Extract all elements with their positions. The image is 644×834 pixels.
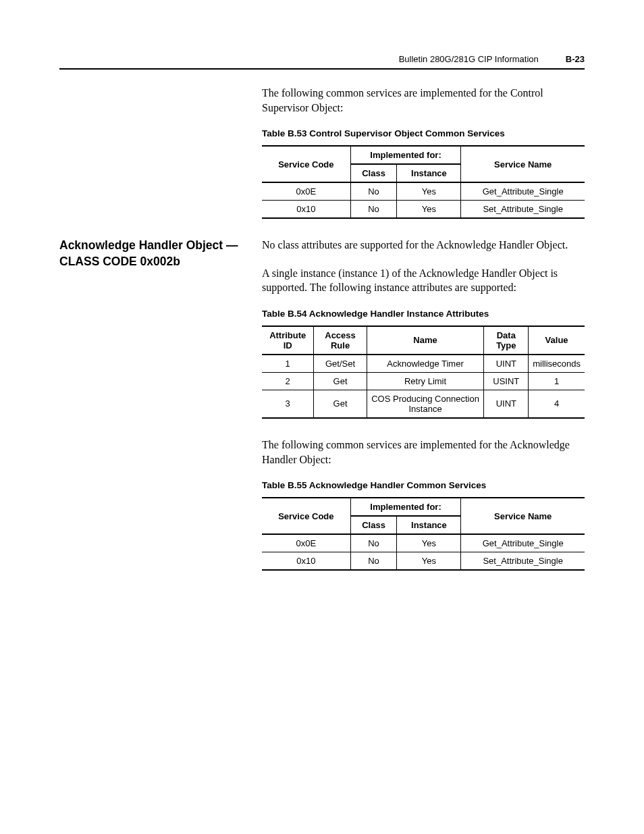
table-row: 0x10 No Yes Set_Attribute_Single <box>262 201 585 219</box>
th-access: Access Rule <box>314 326 367 355</box>
section-para-2: A single instance (instance 1) of the Ac… <box>262 266 585 295</box>
th-service-name: Service Name <box>461 498 585 534</box>
table-b54-caption: Table B.54 Acknowledge Handler Instance … <box>262 309 585 319</box>
th-name: Name <box>367 326 484 355</box>
section-para-3: The following common services are implem… <box>262 438 585 467</box>
th-class: Class <box>350 164 397 182</box>
table-row: 1 Get/Set Acknowledge Timer UINT millise… <box>262 355 585 373</box>
table-b55: Service Code Implemented for: Service Na… <box>262 497 585 571</box>
table-row: 0x0E No Yes Get_Attribute_Single <box>262 534 585 552</box>
page-number: B-23 <box>566 54 585 64</box>
table-row: 2 Get Retry Limit USINT 1 <box>262 372 585 390</box>
th-class: Class <box>350 516 397 534</box>
table-b54: Attribute ID Access Rule Name Data Type … <box>262 325 585 419</box>
th-service-code: Service Code <box>262 146 350 182</box>
table-b53: Service Code Implemented for: Service Na… <box>262 145 585 219</box>
header-title: Bulletin 280G/281G CIP Information <box>399 54 539 64</box>
th-service-code: Service Code <box>262 498 350 534</box>
th-implemented-for: Implemented for: <box>350 498 461 516</box>
th-instance: Instance <box>397 516 461 534</box>
section-heading: Acknowledge Handler Object — CLASS CODE … <box>59 238 247 269</box>
page-header: Bulletin 280G/281G CIP Information B-23 <box>59 54 585 70</box>
table-row: 0x10 No Yes Set_Attribute_Single <box>262 552 585 571</box>
th-attr-id: Attribute ID <box>262 326 314 355</box>
table-b55-caption: Table B.55 Acknowledge Handler Common Se… <box>262 480 585 490</box>
section-para-1: No class attributes are supported for th… <box>262 238 585 253</box>
table-b53-caption: Table B.53 Control Supervisor Object Com… <box>262 128 585 138</box>
th-instance: Instance <box>397 164 461 182</box>
th-service-name: Service Name <box>461 146 585 182</box>
table-row: 0x0E No Yes Get_Attribute_Single <box>262 182 585 201</box>
th-dtype: Data Type <box>484 326 529 355</box>
intro-paragraph: The following common services are implem… <box>262 86 585 115</box>
th-value: Value <box>529 326 585 355</box>
th-implemented-for: Implemented for: <box>350 146 461 164</box>
table-row: 3 Get COS Producing Connection Instance … <box>262 390 585 418</box>
